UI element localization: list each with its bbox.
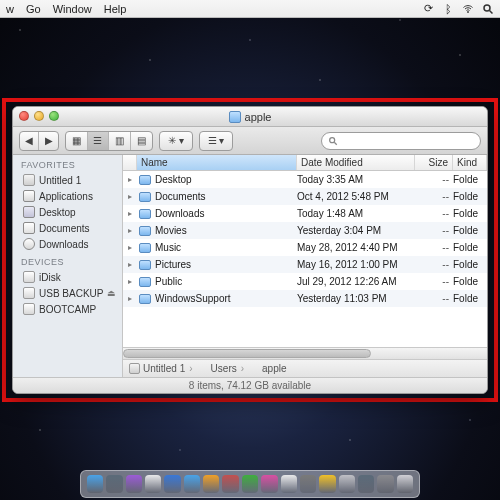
file-date: Yesterday 3:04 PM bbox=[297, 225, 415, 236]
file-row[interactable]: ▸DocumentsOct 4, 2012 5:48 PM--Folde bbox=[123, 188, 487, 205]
disclosure-triangle-icon[interactable]: ▸ bbox=[123, 192, 137, 201]
action-menu-button[interactable]: ✳ ▾ bbox=[159, 131, 193, 151]
dock-app[interactable] bbox=[222, 475, 238, 493]
minimize-button[interactable] bbox=[34, 111, 44, 121]
path-segment[interactable]: apple bbox=[248, 363, 286, 374]
folder-icon bbox=[139, 243, 151, 253]
sidebar-item-bootcamp[interactable]: BOOTCAMP bbox=[13, 301, 122, 317]
disclosure-triangle-icon[interactable]: ▸ bbox=[123, 226, 137, 235]
dock-app[interactable] bbox=[281, 475, 297, 493]
column-disclosure bbox=[123, 155, 137, 170]
disclosure-triangle-icon[interactable]: ▸ bbox=[123, 175, 137, 184]
file-row[interactable]: ▸WindowsSupportYesterday 11:03 PM--Folde bbox=[123, 290, 487, 307]
dock-app[interactable] bbox=[261, 475, 277, 493]
dock-app[interactable] bbox=[184, 475, 200, 493]
column-kind[interactable]: Kind bbox=[453, 155, 487, 170]
sync-icon[interactable]: ⟳ bbox=[422, 3, 434, 15]
file-kind: Folde bbox=[453, 191, 487, 202]
file-row[interactable]: ▸DesktopToday 3:35 AM--Folde bbox=[123, 171, 487, 188]
dock-app[interactable] bbox=[164, 475, 180, 493]
dock-app[interactable] bbox=[106, 475, 122, 493]
mac-menu-bar: w Go Window Help ⟳ ᛒ bbox=[0, 0, 500, 18]
file-name: Downloads bbox=[155, 208, 204, 219]
file-row[interactable]: ▸PublicJul 29, 2012 12:26 AM--Folde bbox=[123, 273, 487, 290]
sidebar-item-untitled1[interactable]: Untitled 1 bbox=[13, 172, 122, 188]
search-field[interactable] bbox=[321, 132, 481, 150]
disclosure-triangle-icon[interactable]: ▸ bbox=[123, 243, 137, 252]
dock-app[interactable] bbox=[203, 475, 219, 493]
eject-icon[interactable]: ⏏ bbox=[107, 288, 116, 298]
search-input[interactable] bbox=[341, 135, 474, 146]
file-name: Public bbox=[155, 276, 182, 287]
horizontal-scrollbar[interactable] bbox=[123, 347, 487, 359]
applications-icon bbox=[23, 190, 35, 202]
svg-line-4 bbox=[334, 142, 337, 145]
close-button[interactable] bbox=[19, 111, 29, 121]
file-size: -- bbox=[415, 276, 453, 287]
disclosure-triangle-icon[interactable]: ▸ bbox=[123, 260, 137, 269]
sidebar-item-label: Untitled 1 bbox=[39, 175, 81, 186]
dock-app[interactable] bbox=[358, 475, 374, 493]
file-row[interactable]: ▸MusicMay 28, 2012 4:40 PM--Folde bbox=[123, 239, 487, 256]
back-button[interactable]: ◀ bbox=[20, 132, 39, 150]
folder-icon bbox=[248, 364, 259, 373]
view-list-button[interactable]: ☰ bbox=[88, 132, 110, 150]
window-titlebar[interactable]: apple bbox=[13, 107, 487, 127]
zoom-button[interactable] bbox=[49, 111, 59, 121]
view-coverflow-button[interactable]: ▤ bbox=[131, 132, 152, 150]
arrange-menu-button[interactable]: ☰ ▾ bbox=[199, 131, 233, 151]
forward-button[interactable]: ▶ bbox=[39, 132, 58, 150]
sidebar-item-applications[interactable]: Applications bbox=[13, 188, 122, 204]
sidebar-item-label: iDisk bbox=[39, 272, 61, 283]
sidebar-item-documents[interactable]: Documents bbox=[13, 220, 122, 236]
nav-buttons: ◀ ▶ bbox=[19, 131, 59, 151]
scrollbar-thumb[interactable] bbox=[123, 349, 371, 358]
hd-icon bbox=[129, 363, 140, 374]
disclosure-triangle-icon[interactable]: ▸ bbox=[123, 277, 137, 286]
disclosure-triangle-icon[interactable]: ▸ bbox=[123, 209, 137, 218]
sidebar-item-label: BOOTCAMP bbox=[39, 304, 96, 315]
bluetooth-icon[interactable]: ᛒ bbox=[442, 3, 454, 15]
path-segment[interactable]: Untitled 1 bbox=[129, 363, 185, 374]
dock-app[interactable] bbox=[242, 475, 258, 493]
sidebar-item-usbbackup[interactable]: USB BACKUP⏏ bbox=[13, 285, 122, 301]
dock-app[interactable] bbox=[87, 475, 103, 493]
sidebar-item-idisk[interactable]: iDisk bbox=[13, 269, 122, 285]
dock-app[interactable] bbox=[145, 475, 161, 493]
dock-app[interactable] bbox=[319, 475, 335, 493]
menu-item[interactable]: w bbox=[6, 3, 14, 15]
menu-item[interactable]: Go bbox=[26, 3, 41, 15]
disclosure-triangle-icon[interactable]: ▸ bbox=[123, 294, 137, 303]
file-kind: Folde bbox=[453, 225, 487, 236]
dock-app[interactable] bbox=[377, 475, 393, 493]
file-size: -- bbox=[415, 259, 453, 270]
dock-app[interactable] bbox=[126, 475, 142, 493]
folder-icon bbox=[139, 294, 151, 304]
file-size: -- bbox=[415, 191, 453, 202]
file-kind: Folde bbox=[453, 242, 487, 253]
view-icon-button[interactable]: ▦ bbox=[66, 132, 88, 150]
view-column-button[interactable]: ▥ bbox=[109, 132, 131, 150]
dock-app[interactable] bbox=[300, 475, 316, 493]
column-size[interactable]: Size bbox=[415, 155, 453, 170]
file-row[interactable]: ▸MoviesYesterday 3:04 PM--Folde bbox=[123, 222, 487, 239]
file-row[interactable]: ▸DownloadsToday 1:48 AM--Folde bbox=[123, 205, 487, 222]
sidebar-item-downloads[interactable]: Downloads bbox=[13, 236, 122, 252]
finder-sidebar: FAVORITES Untitled 1 Applications Deskto… bbox=[13, 155, 123, 377]
folder-icon bbox=[229, 111, 241, 123]
window-title: apple bbox=[245, 111, 272, 123]
dock-app[interactable] bbox=[339, 475, 355, 493]
wifi-icon[interactable] bbox=[462, 3, 474, 15]
menu-item[interactable]: Help bbox=[104, 3, 127, 15]
folder-icon bbox=[139, 209, 151, 219]
file-date: Jul 29, 2012 12:26 AM bbox=[297, 276, 415, 287]
column-date[interactable]: Date Modified bbox=[297, 155, 415, 170]
column-name[interactable]: Name bbox=[137, 155, 297, 170]
menu-item[interactable]: Window bbox=[53, 3, 92, 15]
spotlight-icon[interactable] bbox=[482, 3, 494, 15]
file-kind: Folde bbox=[453, 208, 487, 219]
file-row[interactable]: ▸PicturesMay 16, 2012 1:00 PM--Folde bbox=[123, 256, 487, 273]
path-segment[interactable]: Users bbox=[197, 363, 237, 374]
sidebar-item-desktop[interactable]: Desktop bbox=[13, 204, 122, 220]
dock-app[interactable] bbox=[397, 475, 413, 493]
